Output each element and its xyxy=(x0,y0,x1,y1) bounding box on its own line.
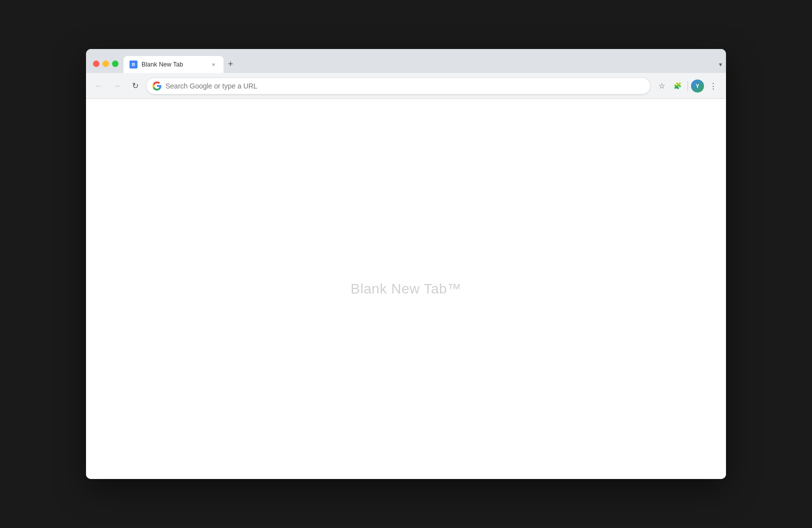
tabs-area: B Blank New Tab × + xyxy=(124,56,716,73)
back-icon: ← xyxy=(95,82,103,90)
active-tab[interactable]: B Blank New Tab × xyxy=(124,56,224,73)
address-bar[interactable] xyxy=(146,78,650,94)
title-bar: B Blank New Tab × + ▾ xyxy=(86,49,726,73)
maximize-window-button[interactable] xyxy=(112,60,118,67)
reload-button[interactable]: ↻ xyxy=(128,79,142,93)
reload-icon: ↻ xyxy=(132,81,138,90)
browser-window: B Blank New Tab × + ▾ ← → ↻ xyxy=(86,49,726,479)
profile-avatar-button[interactable]: Y xyxy=(691,80,704,92)
forward-icon: → xyxy=(113,82,121,90)
menu-button[interactable]: ⋮ xyxy=(706,79,720,93)
avatar-letter: Y xyxy=(696,83,699,89)
toolbar-right: ☆ 🧩 Y ⋮ xyxy=(654,79,720,93)
toolbar: ← → ↻ ☆ 🧩 xyxy=(86,73,726,99)
blank-tab-watermark: Blank New Tab™ xyxy=(350,281,461,297)
google-logo-icon xyxy=(152,82,162,90)
close-window-button[interactable] xyxy=(93,60,100,67)
menu-icon: ⋮ xyxy=(710,82,717,90)
toolbar-divider xyxy=(688,81,688,91)
tab-favicon-letter: B xyxy=(132,62,136,67)
forward-button[interactable]: → xyxy=(110,79,124,93)
page-content: Blank New Tab™ xyxy=(86,99,726,479)
url-input[interactable] xyxy=(166,82,644,90)
tab-close-button[interactable]: × xyxy=(210,60,218,68)
extension-icon: 🧩 xyxy=(674,82,682,90)
minimize-window-button[interactable] xyxy=(102,60,109,67)
title-bar-right: ▾ xyxy=(716,61,722,73)
tab-favicon-icon: B xyxy=(130,60,138,68)
window-controls xyxy=(90,60,118,73)
tab-title: Blank New Tab xyxy=(142,61,206,68)
back-button[interactable]: ← xyxy=(92,79,106,93)
dropdown-arrow-icon[interactable]: ▾ xyxy=(719,61,722,68)
bookmark-button[interactable]: ☆ xyxy=(654,79,668,93)
extension-button[interactable]: 🧩 xyxy=(670,79,684,93)
bookmark-icon: ☆ xyxy=(658,82,665,90)
new-tab-button[interactable]: + xyxy=(224,57,238,71)
